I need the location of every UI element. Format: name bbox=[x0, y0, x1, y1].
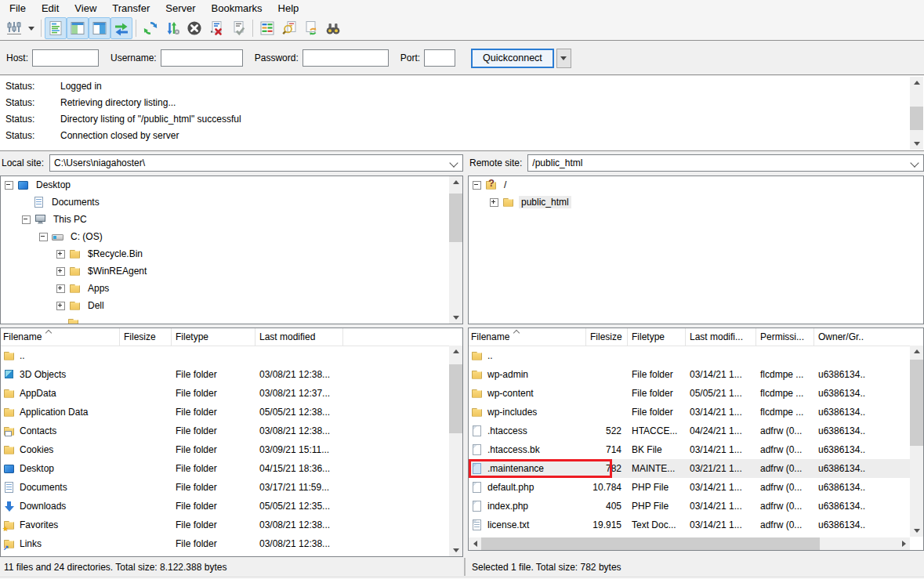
tree-item[interactable]: C: (OS) bbox=[1, 228, 462, 245]
file-row[interactable]: Cookies File folder 03/09/21 15:11... bbox=[1, 440, 462, 459]
tree-item[interactable]: / bbox=[469, 176, 923, 194]
tree-item[interactable]: This PC bbox=[1, 211, 462, 228]
refresh-icon[interactable] bbox=[140, 17, 161, 39]
file-row[interactable]: license.txt 19.915 Text Doc... 03/14/21 … bbox=[469, 516, 923, 534]
tree-item[interactable]: Documents bbox=[1, 194, 462, 211]
menu-item[interactable]: Bookmarks bbox=[204, 1, 270, 16]
message-log-toggle-icon[interactable] bbox=[45, 17, 67, 39]
reconnect-icon[interactable] bbox=[227, 17, 249, 39]
expander-icon[interactable] bbox=[56, 250, 65, 259]
menu-item[interactable]: Edit bbox=[34, 1, 67, 16]
file-row[interactable]: .htaccess 522 HTACCE... 04/24/21 1... ad… bbox=[469, 422, 923, 440]
password-input[interactable] bbox=[303, 49, 389, 67]
file-row[interactable]: .. bbox=[1, 346, 462, 365]
column-header[interactable]: Filetype bbox=[172, 328, 255, 346]
file-row[interactable]: wp-admin File folder 03/14/21 1... flcdm… bbox=[469, 365, 923, 384]
column-header[interactable]: Filetype bbox=[628, 328, 686, 346]
column-header[interactable]: Filesize bbox=[120, 328, 172, 346]
remote-list-hscrollbar[interactable] bbox=[469, 537, 910, 550]
file-row[interactable]: Documents File folder 03/17/21 11:59... bbox=[1, 478, 462, 497]
file-row[interactable]: default.php 10.784 PHP File 03/14/21 1..… bbox=[469, 478, 923, 497]
transfer-queue-toggle-icon[interactable] bbox=[111, 17, 132, 39]
column-header[interactable] bbox=[343, 328, 462, 346]
tree-item[interactable] bbox=[1, 314, 462, 324]
scroll-up-icon[interactable] bbox=[910, 77, 923, 89]
expander-icon[interactable] bbox=[56, 302, 65, 310]
expander-icon[interactable] bbox=[56, 320, 63, 325]
scroll-down-icon[interactable] bbox=[449, 545, 462, 556]
scroll-thumb[interactable] bbox=[449, 194, 462, 242]
expander-icon[interactable] bbox=[5, 181, 13, 190]
expander-icon[interactable] bbox=[22, 199, 29, 206]
tree-item[interactable]: $Recycle.Bin bbox=[1, 245, 462, 262]
scroll-down-icon[interactable] bbox=[910, 525, 923, 537]
directory-comparison-icon[interactable] bbox=[256, 17, 278, 39]
file-row[interactable]: Favorites File folder 03/08/21 12:38... bbox=[1, 516, 462, 534]
chevron-down-icon[interactable] bbox=[910, 158, 919, 167]
find-files-icon[interactable] bbox=[322, 17, 344, 39]
scroll-up-icon[interactable] bbox=[449, 176, 462, 188]
tree-item[interactable]: $WinREAgent bbox=[1, 262, 462, 280]
local-site-combo[interactable]: C:\Users\niagahoster\ bbox=[49, 154, 463, 172]
username-input[interactable] bbox=[161, 49, 243, 67]
scroll-thumb[interactable] bbox=[481, 537, 820, 550]
file-search-icon[interactable] bbox=[278, 17, 300, 39]
menu-item[interactable]: Transfer bbox=[104, 1, 158, 16]
local-tree-toggle-icon[interactable] bbox=[67, 17, 89, 39]
file-row[interactable]: index.php 405 PHP File 03/14/21 1... adf… bbox=[469, 497, 923, 516]
menu-item[interactable]: Help bbox=[270, 1, 307, 16]
scroll-thumb[interactable] bbox=[910, 107, 923, 130]
remote-list-scrollbar[interactable] bbox=[910, 346, 923, 537]
expander-icon[interactable] bbox=[473, 181, 481, 190]
column-header[interactable]: Owner/Gr.. bbox=[814, 328, 910, 346]
log-scrollbar[interactable] bbox=[910, 77, 923, 150]
file-row[interactable]: .. bbox=[469, 346, 923, 365]
file-row[interactable]: Downloads File folder 05/05/21 12:35... bbox=[1, 497, 462, 516]
expander-icon[interactable] bbox=[490, 198, 498, 207]
file-row[interactable]: wp-includes File folder 03/14/21 1... fl… bbox=[469, 403, 923, 422]
scroll-down-icon[interactable] bbox=[449, 312, 462, 324]
file-row[interactable]: wp-content File folder 05/05/21 1... flc… bbox=[469, 384, 923, 403]
local-list-scrollbar[interactable] bbox=[449, 346, 462, 556]
menu-item[interactable]: Server bbox=[158, 1, 203, 16]
tree-item[interactable]: public_html bbox=[469, 194, 923, 211]
menu-item[interactable]: File bbox=[2, 1, 34, 16]
scroll-thumb[interactable] bbox=[910, 360, 923, 446]
process-queue-icon[interactable] bbox=[161, 17, 183, 39]
cancel-icon[interactable] bbox=[183, 17, 205, 39]
menu-item[interactable]: View bbox=[67, 1, 104, 16]
scroll-up-icon[interactable] bbox=[449, 346, 462, 357]
synchronized-browsing-icon[interactable] bbox=[300, 17, 322, 39]
tree-item[interactable]: Apps bbox=[1, 280, 462, 297]
file-row[interactable]: Desktop File folder 04/15/21 18:36... bbox=[1, 459, 462, 478]
file-row[interactable]: Contacts File folder 03/08/21 12:38... bbox=[1, 422, 462, 440]
scroll-right-icon[interactable] bbox=[897, 537, 910, 550]
file-row[interactable]: 3D Objects File folder 03/08/21 12:38... bbox=[1, 365, 462, 384]
scroll-thumb[interactable] bbox=[449, 364, 462, 433]
file-row[interactable]: Application Data File folder 05/05/21 12… bbox=[1, 403, 462, 422]
chevron-down-icon[interactable] bbox=[449, 158, 458, 167]
port-input[interactable] bbox=[424, 49, 455, 67]
tree-item[interactable]: Dell bbox=[1, 297, 462, 314]
column-header[interactable]: Filename bbox=[1, 328, 120, 346]
expander-icon[interactable] bbox=[56, 267, 65, 276]
column-header[interactable]: Permissi... bbox=[756, 328, 814, 346]
disconnect-icon[interactable] bbox=[205, 17, 227, 39]
expander-icon[interactable] bbox=[22, 215, 31, 224]
file-row[interactable]: AppData File folder 03/08/21 12:37... bbox=[1, 384, 462, 403]
quickconnect-dropdown-button[interactable] bbox=[556, 49, 571, 68]
scroll-up-icon[interactable] bbox=[910, 346, 923, 357]
column-header[interactable]: Last modifi... bbox=[686, 328, 756, 346]
column-header[interactable]: Last modified bbox=[255, 328, 343, 346]
expander-icon[interactable] bbox=[56, 284, 65, 293]
site-manager-icon[interactable] bbox=[3, 17, 25, 39]
scroll-down-icon[interactable] bbox=[910, 138, 923, 150]
file-row[interactable]: .htaccess.bk 714 BK File 03/14/21 1... a… bbox=[469, 440, 923, 459]
tree-item[interactable]: Desktop bbox=[1, 176, 462, 194]
quickconnect-button[interactable]: Quickconnect bbox=[471, 49, 554, 68]
expander-icon[interactable] bbox=[39, 233, 48, 241]
site-manager-dropdown-icon[interactable] bbox=[25, 17, 38, 39]
column-header[interactable]: Filename bbox=[469, 328, 586, 346]
local-tree-scrollbar[interactable] bbox=[449, 176, 462, 324]
column-header[interactable]: Filesize bbox=[586, 328, 628, 346]
